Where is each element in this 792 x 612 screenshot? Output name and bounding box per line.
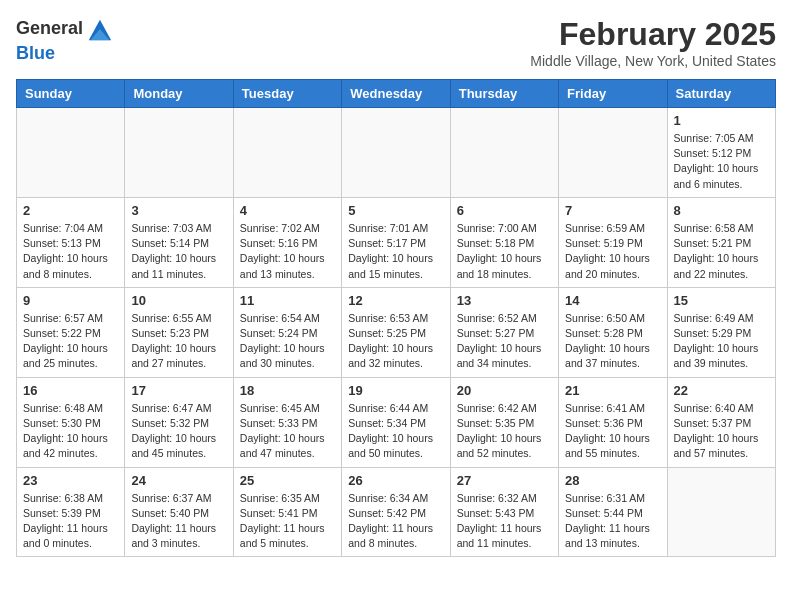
day-info: Sunrise: 6:45 AM Sunset: 5:33 PM Dayligh… xyxy=(240,401,335,462)
col-saturday: Saturday xyxy=(667,80,775,108)
month-title: February 2025 xyxy=(530,16,776,53)
table-row: 2Sunrise: 7:04 AM Sunset: 5:13 PM Daylig… xyxy=(17,197,125,287)
table-row: 6Sunrise: 7:00 AM Sunset: 5:18 PM Daylig… xyxy=(450,197,558,287)
day-number: 15 xyxy=(674,293,769,308)
table-row: 26Sunrise: 6:34 AM Sunset: 5:42 PM Dayli… xyxy=(342,467,450,557)
table-row: 17Sunrise: 6:47 AM Sunset: 5:32 PM Dayli… xyxy=(125,377,233,467)
table-row: 27Sunrise: 6:32 AM Sunset: 5:43 PM Dayli… xyxy=(450,467,558,557)
day-info: Sunrise: 7:02 AM Sunset: 5:16 PM Dayligh… xyxy=(240,221,335,282)
day-info: Sunrise: 6:58 AM Sunset: 5:21 PM Dayligh… xyxy=(674,221,769,282)
table-row: 13Sunrise: 6:52 AM Sunset: 5:27 PM Dayli… xyxy=(450,287,558,377)
day-info: Sunrise: 6:48 AM Sunset: 5:30 PM Dayligh… xyxy=(23,401,118,462)
day-number: 27 xyxy=(457,473,552,488)
day-number: 16 xyxy=(23,383,118,398)
calendar-week-row: 23Sunrise: 6:38 AM Sunset: 5:39 PM Dayli… xyxy=(17,467,776,557)
table-row: 25Sunrise: 6:35 AM Sunset: 5:41 PM Dayli… xyxy=(233,467,341,557)
day-info: Sunrise: 7:05 AM Sunset: 5:12 PM Dayligh… xyxy=(674,131,769,192)
table-row xyxy=(233,108,341,198)
table-row: 11Sunrise: 6:54 AM Sunset: 5:24 PM Dayli… xyxy=(233,287,341,377)
day-info: Sunrise: 6:49 AM Sunset: 5:29 PM Dayligh… xyxy=(674,311,769,372)
table-row: 3Sunrise: 7:03 AM Sunset: 5:14 PM Daylig… xyxy=(125,197,233,287)
day-info: Sunrise: 6:52 AM Sunset: 5:27 PM Dayligh… xyxy=(457,311,552,372)
table-row xyxy=(17,108,125,198)
table-row xyxy=(342,108,450,198)
table-row: 1Sunrise: 7:05 AM Sunset: 5:12 PM Daylig… xyxy=(667,108,775,198)
col-monday: Monday xyxy=(125,80,233,108)
calendar-week-row: 16Sunrise: 6:48 AM Sunset: 5:30 PM Dayli… xyxy=(17,377,776,467)
day-number: 23 xyxy=(23,473,118,488)
day-number: 25 xyxy=(240,473,335,488)
day-number: 4 xyxy=(240,203,335,218)
day-info: Sunrise: 6:47 AM Sunset: 5:32 PM Dayligh… xyxy=(131,401,226,462)
col-wednesday: Wednesday xyxy=(342,80,450,108)
table-row: 19Sunrise: 6:44 AM Sunset: 5:34 PM Dayli… xyxy=(342,377,450,467)
day-number: 5 xyxy=(348,203,443,218)
day-number: 18 xyxy=(240,383,335,398)
day-number: 21 xyxy=(565,383,660,398)
table-row: 8Sunrise: 6:58 AM Sunset: 5:21 PM Daylig… xyxy=(667,197,775,287)
day-number: 11 xyxy=(240,293,335,308)
day-info: Sunrise: 6:40 AM Sunset: 5:37 PM Dayligh… xyxy=(674,401,769,462)
day-info: Sunrise: 6:37 AM Sunset: 5:40 PM Dayligh… xyxy=(131,491,226,552)
logo-general: General xyxy=(16,16,113,44)
calendar-week-row: 1Sunrise: 7:05 AM Sunset: 5:12 PM Daylig… xyxy=(17,108,776,198)
day-info: Sunrise: 6:32 AM Sunset: 5:43 PM Dayligh… xyxy=(457,491,552,552)
day-number: 10 xyxy=(131,293,226,308)
table-row xyxy=(125,108,233,198)
day-number: 22 xyxy=(674,383,769,398)
table-row: 9Sunrise: 6:57 AM Sunset: 5:22 PM Daylig… xyxy=(17,287,125,377)
logo-blue: Blue xyxy=(16,44,113,64)
table-row: 12Sunrise: 6:53 AM Sunset: 5:25 PM Dayli… xyxy=(342,287,450,377)
logo-icon xyxy=(85,16,113,44)
table-row: 4Sunrise: 7:02 AM Sunset: 5:16 PM Daylig… xyxy=(233,197,341,287)
day-info: Sunrise: 6:31 AM Sunset: 5:44 PM Dayligh… xyxy=(565,491,660,552)
day-number: 28 xyxy=(565,473,660,488)
day-info: Sunrise: 6:34 AM Sunset: 5:42 PM Dayligh… xyxy=(348,491,443,552)
day-info: Sunrise: 6:53 AM Sunset: 5:25 PM Dayligh… xyxy=(348,311,443,372)
col-thursday: Thursday xyxy=(450,80,558,108)
table-row: 22Sunrise: 6:40 AM Sunset: 5:37 PM Dayli… xyxy=(667,377,775,467)
table-row: 14Sunrise: 6:50 AM Sunset: 5:28 PM Dayli… xyxy=(559,287,667,377)
page-header: General Blue February 2025 Middle Villag… xyxy=(16,16,776,69)
day-info: Sunrise: 6:50 AM Sunset: 5:28 PM Dayligh… xyxy=(565,311,660,372)
day-number: 6 xyxy=(457,203,552,218)
logo: General Blue xyxy=(16,16,113,64)
table-row: 10Sunrise: 6:55 AM Sunset: 5:23 PM Dayli… xyxy=(125,287,233,377)
day-info: Sunrise: 7:04 AM Sunset: 5:13 PM Dayligh… xyxy=(23,221,118,282)
col-tuesday: Tuesday xyxy=(233,80,341,108)
table-row: 15Sunrise: 6:49 AM Sunset: 5:29 PM Dayli… xyxy=(667,287,775,377)
calendar-week-row: 9Sunrise: 6:57 AM Sunset: 5:22 PM Daylig… xyxy=(17,287,776,377)
day-number: 3 xyxy=(131,203,226,218)
day-info: Sunrise: 6:35 AM Sunset: 5:41 PM Dayligh… xyxy=(240,491,335,552)
day-info: Sunrise: 6:41 AM Sunset: 5:36 PM Dayligh… xyxy=(565,401,660,462)
day-number: 20 xyxy=(457,383,552,398)
table-row: 28Sunrise: 6:31 AM Sunset: 5:44 PM Dayli… xyxy=(559,467,667,557)
day-info: Sunrise: 6:54 AM Sunset: 5:24 PM Dayligh… xyxy=(240,311,335,372)
location-subtitle: Middle Village, New York, United States xyxy=(530,53,776,69)
day-info: Sunrise: 7:03 AM Sunset: 5:14 PM Dayligh… xyxy=(131,221,226,282)
calendar-header-row: Sunday Monday Tuesday Wednesday Thursday… xyxy=(17,80,776,108)
day-number: 7 xyxy=(565,203,660,218)
table-row xyxy=(559,108,667,198)
day-info: Sunrise: 6:59 AM Sunset: 5:19 PM Dayligh… xyxy=(565,221,660,282)
title-area: February 2025 Middle Village, New York, … xyxy=(530,16,776,69)
day-number: 1 xyxy=(674,113,769,128)
day-number: 2 xyxy=(23,203,118,218)
day-info: Sunrise: 6:57 AM Sunset: 5:22 PM Dayligh… xyxy=(23,311,118,372)
day-number: 12 xyxy=(348,293,443,308)
day-info: Sunrise: 6:55 AM Sunset: 5:23 PM Dayligh… xyxy=(131,311,226,372)
day-info: Sunrise: 7:00 AM Sunset: 5:18 PM Dayligh… xyxy=(457,221,552,282)
day-info: Sunrise: 6:44 AM Sunset: 5:34 PM Dayligh… xyxy=(348,401,443,462)
col-sunday: Sunday xyxy=(17,80,125,108)
table-row: 5Sunrise: 7:01 AM Sunset: 5:17 PM Daylig… xyxy=(342,197,450,287)
day-number: 17 xyxy=(131,383,226,398)
calendar-table: Sunday Monday Tuesday Wednesday Thursday… xyxy=(16,79,776,557)
day-number: 14 xyxy=(565,293,660,308)
col-friday: Friday xyxy=(559,80,667,108)
day-number: 8 xyxy=(674,203,769,218)
day-number: 24 xyxy=(131,473,226,488)
day-number: 9 xyxy=(23,293,118,308)
day-info: Sunrise: 6:38 AM Sunset: 5:39 PM Dayligh… xyxy=(23,491,118,552)
calendar-week-row: 2Sunrise: 7:04 AM Sunset: 5:13 PM Daylig… xyxy=(17,197,776,287)
table-row: 18Sunrise: 6:45 AM Sunset: 5:33 PM Dayli… xyxy=(233,377,341,467)
